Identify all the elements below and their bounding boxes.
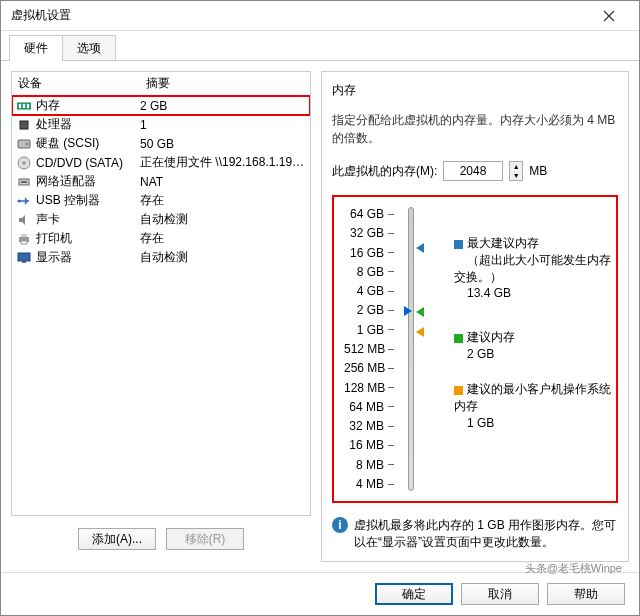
device-name: 处理器 xyxy=(36,116,140,133)
triangle-orange-icon xyxy=(416,327,424,337)
square-blue-icon xyxy=(454,240,463,249)
spin-down-icon[interactable]: ▼ xyxy=(510,171,522,180)
scale-tick: 64 MB xyxy=(344,400,394,414)
device-summary: 2 GB xyxy=(140,99,306,113)
memory-description: 指定分配给此虚拟机的内存量。内存大小必须为 4 MB 的倍数。 xyxy=(332,111,618,147)
cd-icon xyxy=(16,155,32,171)
tab-options[interactable]: 选项 xyxy=(62,35,116,61)
printer-icon xyxy=(16,231,32,247)
device-name: 内存 xyxy=(36,97,140,114)
memory-slider-box: 64 GB32 GB16 GB8 GB4 GB2 GB1 GB512 MB256… xyxy=(332,195,618,503)
svg-rect-10 xyxy=(21,181,27,183)
svg-rect-4 xyxy=(20,121,28,129)
scale-tick: 16 GB xyxy=(344,246,394,260)
cpu-icon xyxy=(16,117,32,133)
svg-point-11 xyxy=(18,199,21,202)
device-row-printer[interactable]: 打印机存在 xyxy=(12,229,310,248)
dialog-buttons: 确定 取消 帮助 xyxy=(1,572,639,615)
memory-panel: 内存 指定分配给此虚拟机的内存量。内存大小必须为 4 MB 的倍数。 此虚拟机的… xyxy=(321,71,629,562)
left-pane: 设备 摘要 内存2 GB处理器1硬盘 (SCSI)50 GBCD/DVD (SA… xyxy=(11,71,311,562)
svg-rect-13 xyxy=(21,234,27,237)
scale-tick: 4 GB xyxy=(344,284,394,298)
scale-tick: 64 GB xyxy=(344,207,394,221)
legend-max: 最大建议内存 （超出此大小可能发生内存交换。） 13.4 GB xyxy=(454,235,616,302)
scale-tick: 16 MB xyxy=(344,438,394,452)
device-name: 网络适配器 xyxy=(36,173,140,190)
scale-tick: 256 MB xyxy=(344,361,394,375)
device-name: CD/DVD (SATA) xyxy=(36,156,140,170)
memory-info-text: 虚拟机最多将此内存的 1 GB 用作图形内存。您可以在“显示器”设置页面中更改此… xyxy=(354,517,618,551)
ok-button[interactable]: 确定 xyxy=(375,583,453,605)
legend-rec: 建议内存 2 GB xyxy=(454,329,515,363)
device-row-hdd[interactable]: 硬盘 (SCSI)50 GB xyxy=(12,134,310,153)
remove-device-button: 移除(R) xyxy=(166,528,244,550)
close-button[interactable] xyxy=(589,2,629,30)
marker-rec xyxy=(416,307,424,317)
spin-up-icon[interactable]: ▲ xyxy=(510,162,522,171)
device-summary: 50 GB xyxy=(140,137,306,151)
add-device-button[interactable]: 添加(A)... xyxy=(78,528,156,550)
cancel-button[interactable]: 取消 xyxy=(461,583,539,605)
scale-tick: 32 MB xyxy=(344,419,394,433)
tab-hardware[interactable]: 硬件 xyxy=(9,35,63,61)
info-icon: i xyxy=(332,517,348,533)
device-name: 显示器 xyxy=(36,249,140,266)
marker-max xyxy=(416,243,424,253)
device-row-cpu[interactable]: 处理器1 xyxy=(12,115,310,134)
square-orange-icon xyxy=(454,386,463,395)
device-summary: 自动检测 xyxy=(140,211,306,228)
square-green-icon xyxy=(454,334,463,343)
scale-tick: 8 GB xyxy=(344,265,394,279)
device-summary: 存在 xyxy=(140,230,306,247)
memory-spinner[interactable]: ▲▼ xyxy=(509,161,523,181)
svg-rect-16 xyxy=(22,261,26,263)
svg-point-8 xyxy=(23,161,26,164)
memory-scale: 64 GB32 GB16 GB8 GB4 GB2 GB1 GB512 MB256… xyxy=(344,207,404,491)
device-buttons: 添加(A)... 移除(R) xyxy=(11,516,311,562)
device-name: 打印机 xyxy=(36,230,140,247)
device-summary: 1 xyxy=(140,118,306,132)
memory-unit: MB xyxy=(529,164,547,178)
titlebar: 虚拟机设置 xyxy=(1,1,639,31)
memory-input-row: 此虚拟机的内存(M): ▲▼ MB xyxy=(332,161,618,181)
marker-min xyxy=(416,327,424,337)
device-name: 硬盘 (SCSI) xyxy=(36,135,140,152)
device-row-usb[interactable]: USB 控制器存在 xyxy=(12,191,310,210)
close-icon xyxy=(603,10,615,22)
device-row-sound[interactable]: 声卡自动检测 xyxy=(12,210,310,229)
tab-strip: 硬件 选项 xyxy=(1,31,639,61)
scale-tick: 2 GB xyxy=(344,303,394,317)
device-row-net[interactable]: 网络适配器NAT xyxy=(12,172,310,191)
triangle-green-icon xyxy=(416,307,424,317)
scale-tick: 512 MB xyxy=(344,342,394,356)
svg-rect-3 xyxy=(27,104,29,108)
scale-tick: 128 MB xyxy=(344,381,394,395)
device-row-display[interactable]: 显示器自动检测 xyxy=(12,248,310,267)
help-button[interactable]: 帮助 xyxy=(547,583,625,605)
col-summary: 摘要 xyxy=(140,72,310,95)
scale-tick: 32 GB xyxy=(344,226,394,240)
usb-icon xyxy=(16,193,32,209)
device-row-cd[interactable]: CD/DVD (SATA)正在使用文件 \\192.168.1.198... xyxy=(12,153,310,172)
device-header: 设备 摘要 xyxy=(12,72,310,96)
vm-settings-dialog: 虚拟机设置 硬件 选项 设备 摘要 内存2 GB处理器1硬盘 (SCSI)50 … xyxy=(0,0,640,616)
device-summary: NAT xyxy=(140,175,306,189)
memory-input-label: 此虚拟机的内存(M): xyxy=(332,163,437,180)
scale-tick: 1 GB xyxy=(344,323,394,337)
svg-rect-5 xyxy=(18,140,30,148)
device-name: USB 控制器 xyxy=(36,192,140,209)
memory-icon xyxy=(16,98,32,114)
svg-rect-15 xyxy=(18,253,30,261)
scale-tick: 8 MB xyxy=(344,458,394,472)
memory-slider-track[interactable] xyxy=(408,207,414,491)
device-list: 设备 摘要 内存2 GB处理器1硬盘 (SCSI)50 GBCD/DVD (SA… xyxy=(11,71,311,516)
device-summary: 正在使用文件 \\192.168.1.198... xyxy=(140,154,306,171)
memory-heading: 内存 xyxy=(332,82,618,99)
memory-info: i 虚拟机最多将此内存的 1 GB 用作图形内存。您可以在“显示器”设置页面中更… xyxy=(332,517,618,551)
triangle-blue-icon xyxy=(416,243,424,253)
sound-icon xyxy=(16,212,32,228)
device-summary: 自动检测 xyxy=(140,249,306,266)
watermark: 头条@老毛桃Winpe xyxy=(525,561,622,576)
memory-value-input[interactable] xyxy=(443,161,503,181)
device-row-memory[interactable]: 内存2 GB xyxy=(12,96,310,115)
